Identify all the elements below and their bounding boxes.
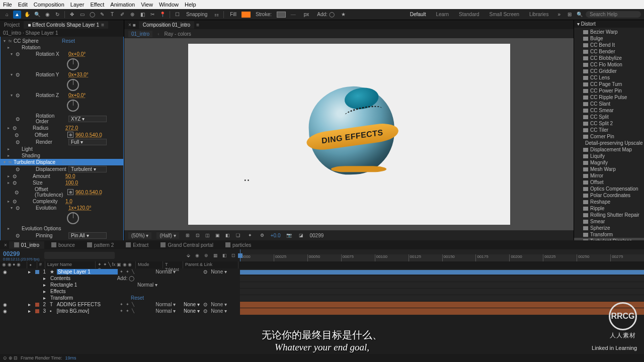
property-checkbox[interactable]: Resize Layer (1, 239, 123, 240)
tl-icon-4[interactable]: ▦ (212, 252, 219, 259)
region-icon[interactable]: ▣ (214, 232, 221, 239)
effect-list-item[interactable]: Bulge (574, 35, 644, 42)
timeline-tab-3[interactable]: Extract (121, 241, 153, 249)
property-group[interactable]: ▸Light (1, 146, 123, 152)
home-icon[interactable]: ⌂ (3, 11, 11, 19)
menu-help[interactable]: Help (185, 2, 196, 8)
effect-list-item[interactable]: CC Tiler (574, 127, 644, 133)
effect-list-item[interactable]: CC Blobbylize (574, 55, 644, 61)
breadcrumb-comp[interactable]: 01_intro (128, 31, 152, 37)
effect-list-item[interactable]: CC Flo Motion (574, 61, 644, 68)
property-value[interactable]: ▸⊙Amount50.0 (1, 173, 123, 179)
camera-icon[interactable]: 📷 (285, 232, 292, 239)
orbit-tool-icon[interactable]: ◉ (43, 11, 51, 19)
timeline-tab-0[interactable]: 01_intro (9, 241, 44, 249)
layer-row[interactable]: ▸ContentsAdd: ◯ (0, 275, 644, 282)
timecode[interactable]: 00299 (3, 250, 39, 257)
property-row[interactable]: ▾⊙Rotation Y0x+33.0° (1, 71, 123, 78)
property-select[interactable]: ⊙RenderFull ▾ (1, 138, 123, 146)
effect-list-item[interactable]: CC Lens (574, 74, 644, 81)
effect-list-item[interactable]: Mirror (574, 172, 644, 179)
roto-tool-icon[interactable]: ✂ (148, 11, 156, 19)
zoom-select[interactable]: (50%) ▾ (128, 232, 151, 239)
effect-controls-body[interactable]: ▾fxCC SphereReset▸Rotation▾⊙Rotation X0x… (0, 37, 124, 240)
pen-tool-icon[interactable]: ✎ (98, 11, 106, 19)
effect-list-item[interactable]: CC Split (574, 114, 644, 120)
workspace-small[interactable]: Small Screen (486, 12, 523, 17)
zoom-tool-icon[interactable]: 🔍 (33, 11, 41, 19)
playhead[interactable] (240, 249, 240, 261)
property-select[interactable]: ⊙DisplacementTurbulent ▾ (1, 165, 123, 173)
tl-icon-2[interactable]: ◉ (194, 252, 201, 259)
layer-row-left[interactable]: ▸Rectangle 1Normal ▾ (0, 282, 240, 288)
effect-list-item[interactable]: Rolling Shutter Repair (574, 212, 644, 218)
dial-icon[interactable] (67, 58, 79, 70)
tl-icon-3[interactable]: ⊕ (203, 252, 210, 259)
layer-row-track[interactable] (240, 301, 644, 308)
tl-icon-6[interactable]: ⊡ (230, 252, 237, 259)
property-value[interactable]: ▸⊙Complexity1.0 (1, 198, 123, 205)
menu-file[interactable]: File (3, 2, 12, 8)
workspace-libraries[interactable]: Libraries (525, 12, 552, 17)
property-group[interactable]: ▸Rotation (1, 44, 123, 51)
effect-header[interactable]: ▾fxTurbulent DisplaceReset (1, 159, 123, 165)
layer-row-left[interactable]: ◉▸3▪[Intro BG.mov]✦✦╲Normal ▾None ▾⊙None… (0, 308, 240, 314)
timeline-ruler-area[interactable]: 0000000250005000075001000012500150001750… (240, 249, 644, 261)
menu-animation[interactable]: Animation (110, 2, 135, 8)
effect-list-item[interactable]: CC Bend It (574, 42, 644, 48)
layer-row-track[interactable] (240, 288, 644, 295)
timeline-tab-2[interactable]: pattern 2 (82, 241, 119, 249)
effect-list-item[interactable]: Magnify (574, 159, 644, 166)
adjust-icon[interactable]: ✦ (247, 232, 254, 239)
resolution-select[interactable]: (Half) ▾ (156, 232, 179, 239)
effect-list-item[interactable]: CC Smear (574, 107, 644, 114)
dial-icon[interactable] (67, 79, 79, 91)
workspace-default[interactable]: Default (406, 12, 430, 17)
effects-category[interactable]: ▾ Distort (574, 20, 644, 28)
effect-list-item[interactable]: Corner Pin (574, 133, 644, 140)
property-value[interactable]: ▸⊙Size100.0 (1, 179, 123, 186)
menu-composition[interactable]: Composition (34, 2, 64, 8)
layer-row[interactable]: ▸Effects (0, 288, 644, 295)
workspace-standard[interactable]: Standard (455, 12, 484, 17)
effect-list-item[interactable]: Bezier Warp (574, 29, 644, 35)
effect-list-item[interactable]: Detail-preserving Upscale (574, 140, 644, 146)
bezier-icon[interactable]: ★ (340, 11, 348, 19)
effect-list-item[interactable]: CC Page Turn (574, 81, 644, 87)
layer-row-track[interactable] (240, 268, 644, 275)
effect-list-item[interactable]: Smear (574, 218, 644, 225)
property-point[interactable]: ⊙Offset⊕960.0,540.0 (1, 131, 123, 138)
effect-list-item[interactable]: Turbulent Displace (574, 238, 644, 240)
guides-icon[interactable]: ⊡ (194, 232, 201, 239)
snapshot-icon[interactable]: ◪ (297, 232, 304, 239)
menu-view[interactable]: View (141, 2, 153, 8)
composition-viewer[interactable]: DING EFFECTS • • (124, 38, 574, 230)
effect-list-item[interactable]: Transform (574, 231, 644, 238)
layer-row-left[interactable]: ▸Effects (0, 289, 240, 294)
rect-tool-icon[interactable]: ▭ (78, 11, 86, 19)
layer-row[interactable]: ▸Rectangle 1Normal ▾ (0, 282, 644, 288)
add-label[interactable]: Add: ◯ (314, 12, 337, 17)
effect-list-item[interactable]: CC Bender (574, 48, 644, 55)
effect-list-item[interactable]: CC Power Pin (574, 87, 644, 94)
eraser-tool-icon[interactable]: ◧ (138, 11, 146, 19)
menu-effect[interactable]: Effect (90, 2, 104, 8)
layer-row[interactable]: ◉▸3▪[Intro BG.mov]✦✦╲Normal ▾None ▾⊙None… (0, 308, 644, 314)
property-value[interactable]: ▸⊙Radius272.0 (1, 125, 123, 131)
layer-row-left[interactable]: ◉▸1★Shape Layer 1✦✦╲Normal ▾⊙None ▾ (0, 269, 240, 275)
workspace-menu-icon[interactable]: ⊞ (566, 11, 574, 19)
timeline-tab-4[interactable]: Grand Central portal (155, 241, 218, 249)
tl-icon-1[interactable]: ⬙ (185, 252, 192, 259)
3d-icon[interactable]: ❏ (234, 232, 242, 239)
effect-list-item[interactable]: Offset (574, 179, 644, 186)
fill-label[interactable]: Fill (227, 12, 239, 17)
snap-opt-icon[interactable]: ⚏ (212, 11, 220, 19)
effect-list-item[interactable]: CC Ripple Pulse (574, 94, 644, 101)
property-group[interactable]: ▸Shading (1, 152, 123, 159)
layer-row[interactable]: ▸TransformReset (0, 295, 644, 301)
layer-row-track[interactable] (240, 282, 644, 288)
text-tool-icon[interactable]: T (108, 11, 116, 19)
ellipse-tool-icon[interactable]: ◯ (88, 11, 96, 19)
workspace-learn[interactable]: Learn (432, 12, 453, 17)
timeline-tab-1[interactable]: bounce (46, 241, 80, 249)
